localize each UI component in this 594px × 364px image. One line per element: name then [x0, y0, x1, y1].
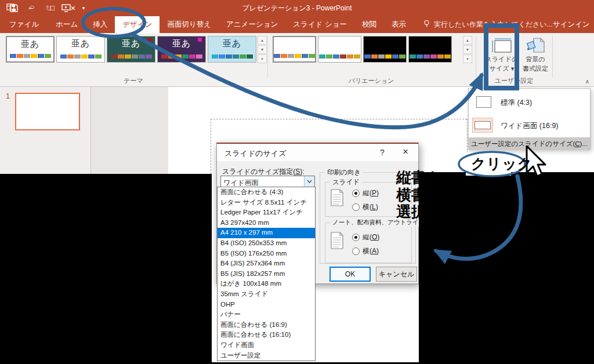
- size-option[interactable]: 画面に合わせる (16:9): [218, 320, 315, 330]
- radio-portrait-slide[interactable]: 縦(P): [352, 188, 379, 198]
- tellme-label: 実行したい作業を入力してください...: [434, 20, 553, 30]
- window-title: プレゼンテーション3 - PowerPoint: [0, 0, 594, 16]
- size-option[interactable]: 画面に合わせる (4:3): [218, 187, 315, 198]
- black-mask-right: [419, 172, 594, 364]
- tab-review[interactable]: 校閲: [354, 16, 384, 33]
- menu-item-custom-size[interactable]: ユーザー設定のスライドのサイズ(C)...: [469, 137, 590, 150]
- dialog-close-button[interactable]: ×: [399, 146, 412, 158]
- radio-icon: [352, 190, 360, 197]
- slide-thumbnail[interactable]: [15, 93, 80, 130]
- dialog-help-button[interactable]: ?: [376, 148, 388, 157]
- size-option[interactable]: B5 (JIS) 182x257 mm: [218, 269, 315, 279]
- redo-icon[interactable]: ↻: [44, 3, 53, 13]
- orientation-group-label: 印刷の向き: [325, 168, 363, 177]
- tab-view[interactable]: 表示: [384, 16, 414, 33]
- radio-icon: [352, 203, 360, 211]
- portrait-page-icon: [330, 231, 344, 252]
- quick-access-toolbar: ↶ ↻ ▾: [9, 2, 88, 14]
- scroll-up-icon[interactable]: ▲: [258, 36, 267, 45]
- scroll-down-icon[interactable]: ▼: [258, 45, 267, 54]
- app-titlebar: プレゼンテーション3 - PowerPoint ↶ ↻ ▾ – □ ×: [0, 0, 594, 16]
- size-option[interactable]: B4 (JIS) 257x364 mm: [218, 259, 315, 269]
- signin-button[interactable]: サインイン: [553, 20, 590, 30]
- ribbon-tab-row: ファイル ホーム 挿入 デザイン 画面切り替え アニメーション スライド ショー…: [0, 16, 594, 33]
- scroll-down-icon[interactable]: ▼: [463, 45, 472, 54]
- slides-panel: 1: [0, 87, 91, 174]
- scroll-up-icon[interactable]: ▲: [463, 36, 472, 45]
- theme-accent-mark: [147, 38, 151, 42]
- portrait-page-icon: [330, 188, 344, 209]
- tab-insert[interactable]: 挿入: [85, 16, 115, 33]
- theme-color-swatches: [409, 54, 451, 59]
- tab-animations[interactable]: アニメーション: [219, 16, 285, 33]
- customize-qat-icon[interactable]: ▾: [79, 3, 88, 13]
- theme-thumbnail[interactable]: 亜あ: [107, 36, 155, 63]
- collapse-ribbon-icon[interactable]: ∧: [585, 78, 589, 85]
- size-option[interactable]: B4 (ISO) 250x353 mm: [218, 238, 315, 249]
- radio-label: 横(A): [363, 246, 379, 256]
- tab-slideshow[interactable]: スライド ショー: [285, 16, 354, 33]
- size-option[interactable]: ワイド画面: [218, 340, 315, 351]
- variation-thumbnail[interactable]: [318, 36, 361, 63]
- variation-thumbnail[interactable]: [363, 36, 407, 63]
- gallery-expand-icon[interactable]: ▾: [258, 54, 267, 63]
- variations-gallery: [273, 36, 452, 63]
- lightbulb-icon: [423, 20, 430, 30]
- theme-thumbnail[interactable]: 亜あ: [6, 36, 55, 63]
- theme-sample-text: 亜あ: [7, 39, 53, 50]
- group-separator: [267, 35, 268, 77]
- size-option[interactable]: はがき 100x148 mm: [218, 279, 315, 289]
- group-separator: [476, 35, 476, 77]
- tab-home[interactable]: ホーム: [48, 16, 85, 33]
- size-option[interactable]: OHP: [218, 300, 315, 310]
- gallery-expand-icon[interactable]: ▾: [463, 54, 472, 63]
- radio-portrait-notes[interactable]: 縦(O): [352, 232, 379, 242]
- tab-design[interactable]: デザイン: [115, 16, 160, 33]
- themes-gallery-scroll: ▲ ▼ ▾: [258, 36, 267, 63]
- placeholder-dashed-border: [211, 119, 211, 174]
- tab-file[interactable]: ファイル: [0, 16, 48, 33]
- group-label-variations: バリエーション: [319, 77, 423, 85]
- black-mask-left: [0, 174, 212, 364]
- size-option[interactable]: 画面に合わせる (16:10): [218, 330, 315, 340]
- size-option[interactable]: レター サイズ 8.5x11 インチ: [218, 198, 315, 208]
- theme-thumbnail[interactable]: 亜あ: [208, 36, 256, 63]
- cancel-button[interactable]: キャンセル: [376, 267, 417, 282]
- tab-transitions[interactable]: 画面切り替え: [160, 16, 219, 33]
- variation-thumbnail[interactable]: [273, 36, 316, 63]
- theme-thumbnail[interactable]: 亜あ: [157, 36, 206, 63]
- variation-thumbnail[interactable]: [408, 36, 452, 63]
- size-option[interactable]: B5 (ISO) 176x250 mm: [218, 249, 315, 259]
- ok-button[interactable]: OK: [329, 267, 371, 282]
- aspect-16-9-icon: [475, 121, 491, 129]
- size-option[interactable]: ユーザー設定: [218, 351, 315, 361]
- radio-label: 横(L): [363, 202, 378, 212]
- start-slideshow-icon[interactable]: [61, 3, 71, 13]
- theme-color-swatches: [107, 54, 155, 59]
- slide-size-combobox[interactable]: ワイド画面: [220, 176, 315, 187]
- screenshot-root: プレゼンテーション3 - PowerPoint ↶ ↻ ▾ – □ × ファイル…: [0, 0, 594, 364]
- radio-landscape-slide[interactable]: 横(L): [352, 202, 378, 212]
- size-option[interactable]: 35mm スライド: [218, 289, 315, 300]
- theme-thumbnail[interactable]: 亜あ: [56, 36, 105, 63]
- theme-color-swatches: [158, 54, 205, 59]
- variations-gallery-scroll: ▲ ▼ ▾: [463, 36, 472, 63]
- notes-orientation-group: ノート、配布資料、アウトライン 縦(O) 横(A): [325, 223, 412, 263]
- size-option[interactable]: A3 297x420 mm: [218, 218, 315, 228]
- radio-landscape-notes[interactable]: 横(A): [352, 246, 379, 256]
- menu-item-standard[interactable]: 標準 (4:3): [501, 98, 532, 108]
- theme-color-swatches: [274, 54, 315, 58]
- chevron-down-icon[interactable]: [304, 176, 314, 187]
- background-format-label2: 書式設定: [523, 65, 548, 72]
- size-option[interactable]: バナー: [218, 310, 315, 320]
- slide-size-label2: サイズ ▾: [490, 65, 514, 72]
- size-option[interactable]: A4 210 x 297 mm: [218, 228, 315, 238]
- menu-item-widescreen[interactable]: ワイド画面 (16:9): [501, 121, 559, 131]
- save-icon[interactable]: [9, 3, 19, 13]
- tellme-search[interactable]: 実行したい作業を入力してください...: [423, 16, 553, 33]
- aspect-4-3-icon: [476, 96, 491, 108]
- placeholder-dashed-border: [211, 119, 467, 119]
- slide-size-icon: [491, 38, 512, 54]
- size-option[interactable]: Ledger Paper 11x17 インチ: [218, 208, 315, 218]
- undo-icon[interactable]: ↶: [27, 3, 36, 13]
